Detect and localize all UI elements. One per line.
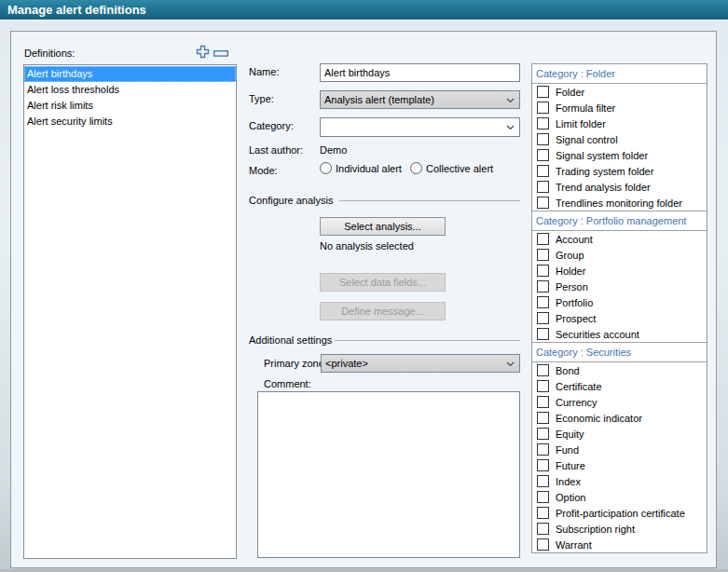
section-divider xyxy=(339,200,520,201)
category-checkbox-row[interactable]: Formula filter xyxy=(532,100,707,116)
type-dropdown[interactable]: Analysis alert (template) xyxy=(320,90,520,109)
checkbox-icon[interactable] xyxy=(537,265,549,277)
checkbox-label: Trend analysis folder xyxy=(556,182,651,193)
define-message-button[interactable]: Define message... xyxy=(320,302,446,320)
checkbox-icon[interactable] xyxy=(537,428,549,440)
comment-textarea[interactable] xyxy=(257,391,520,558)
checkbox-label: Limit folder xyxy=(556,118,606,129)
category-checkbox-row[interactable]: Option xyxy=(532,489,707,505)
checkbox-icon[interactable] xyxy=(537,149,549,161)
select-data-fields-button[interactable]: Select data fields... xyxy=(320,273,446,292)
name-label: Name: xyxy=(249,66,279,77)
checkbox-icon[interactable] xyxy=(537,412,549,424)
category-checkbox-row[interactable]: Trend analysis folder xyxy=(532,179,707,195)
checkbox-icon[interactable] xyxy=(537,117,549,129)
category-checkbox-row[interactable]: Trading system folder xyxy=(532,163,707,179)
checkbox-label: Bond xyxy=(556,365,580,376)
checkbox-icon[interactable] xyxy=(537,249,549,261)
checkbox-icon[interactable] xyxy=(537,312,549,324)
checkbox-icon[interactable] xyxy=(537,181,549,193)
analysis-status-text: No analysis selected xyxy=(320,240,414,252)
category-checkbox-row[interactable]: Trendlines monitoring folder xyxy=(532,195,707,211)
primary-zone-dropdown-value: <private> xyxy=(325,358,368,369)
individual-alert-option[interactable]: Individual alert xyxy=(320,163,405,174)
category-checkbox-row[interactable]: Limit folder xyxy=(532,116,707,131)
checkbox-icon[interactable] xyxy=(537,233,549,245)
collective-alert-option[interactable]: Collective alert xyxy=(410,163,493,174)
checkbox-icon[interactable] xyxy=(537,443,549,456)
definitions-list[interactable]: Alert birthdaysAlert loss thresholdsAler… xyxy=(23,64,237,559)
category-checkbox-row[interactable]: Securities account xyxy=(532,326,707,342)
checkbox-icon[interactable] xyxy=(537,296,549,308)
checkbox-icon[interactable] xyxy=(537,491,549,503)
checkbox-label: Trendlines monitoring folder xyxy=(556,197,682,209)
checkbox-icon[interactable] xyxy=(537,102,549,114)
checkbox-icon[interactable] xyxy=(537,523,549,535)
checkbox-icon[interactable] xyxy=(537,165,549,177)
category-checkbox-row[interactable]: Equity xyxy=(532,426,707,442)
name-input[interactable] xyxy=(320,63,520,82)
category-checkbox-row[interactable]: Group xyxy=(532,247,707,263)
category-checkbox-row[interactable]: Portfolio xyxy=(532,294,707,310)
category-checkbox-row[interactable]: Warrant xyxy=(532,537,707,552)
checkbox-icon[interactable] xyxy=(537,86,549,98)
category-checkbox-row[interactable]: Economic indicator xyxy=(532,410,707,426)
category-checkbox-row[interactable]: Signal control xyxy=(532,131,707,147)
definition-list-item[interactable]: Alert birthdays xyxy=(24,66,236,82)
category-checkbox-row[interactable]: Prospect xyxy=(532,310,707,326)
category-checkbox-row[interactable]: Fund xyxy=(532,442,707,457)
category-group: Category : Portfolio managementAccountGr… xyxy=(532,211,707,342)
checkbox-label: Signal system folder xyxy=(556,150,648,161)
additional-settings-section-title: Additional settings xyxy=(249,334,332,346)
category-dropdown[interactable] xyxy=(320,117,520,137)
primary-zone-dropdown[interactable]: <private> xyxy=(321,354,520,373)
checkbox-label: Profit-participation certificate xyxy=(556,508,685,519)
category-label: Category: xyxy=(249,120,294,131)
category-checkbox-row[interactable]: Future xyxy=(532,457,707,473)
category-checkbox-row[interactable]: Subscription right xyxy=(532,521,707,537)
main-panel: Definitions: Alert birthdaysAlert loss t… xyxy=(10,31,717,568)
category-checkbox-row[interactable]: Bond xyxy=(532,362,707,378)
category-checkbox-row[interactable]: Holder xyxy=(532,263,707,279)
configure-analysis-section-title: Configure analysis xyxy=(249,195,334,206)
definition-list-item[interactable]: Alert risk limits xyxy=(24,98,236,114)
remove-definition-button[interactable] xyxy=(213,48,228,60)
checkbox-icon[interactable] xyxy=(537,475,549,487)
radio-icon[interactable] xyxy=(320,162,332,174)
checkbox-icon[interactable] xyxy=(537,538,549,551)
checkbox-icon[interactable] xyxy=(537,133,549,145)
definition-list-item[interactable]: Alert security limits xyxy=(24,114,236,129)
comment-label: Comment: xyxy=(264,378,311,389)
checkbox-label: Trading system folder xyxy=(556,166,653,177)
category-checkbox-row[interactable]: Person xyxy=(532,279,707,294)
category-checkbox-row[interactable]: Account xyxy=(532,231,707,247)
category-checkbox-row[interactable]: Certificate xyxy=(532,378,707,394)
add-definition-button[interactable] xyxy=(196,45,210,61)
category-checkbox-row[interactable]: Index xyxy=(532,473,707,489)
checkbox-icon[interactable] xyxy=(537,507,549,519)
category-checkbox-row[interactable]: Signal system folder xyxy=(532,147,707,163)
category-checkbox-row[interactable]: Currency xyxy=(532,394,707,410)
checkbox-icon[interactable] xyxy=(537,280,549,293)
checkbox-label: Folder xyxy=(556,87,584,98)
checkbox-label: Subscription right xyxy=(556,524,635,535)
checkbox-icon[interactable] xyxy=(537,459,549,471)
definition-list-item[interactable]: Alert loss thresholds xyxy=(24,82,236,98)
checkbox-icon[interactable] xyxy=(537,396,549,408)
checkbox-icon[interactable] xyxy=(537,197,549,209)
select-analysis-button[interactable]: Select analysis... xyxy=(320,217,446,236)
checkbox-icon[interactable] xyxy=(537,380,549,392)
category-checkbox-row[interactable]: Profit-participation certificate xyxy=(532,505,707,521)
chevron-down-icon xyxy=(506,125,515,130)
checkbox-icon[interactable] xyxy=(537,364,549,376)
checkbox-label: Signal control xyxy=(556,134,618,145)
category-group-header: Category : Securities xyxy=(532,342,707,362)
checkbox-label: Certificate xyxy=(556,381,602,392)
checkbox-label: Currency xyxy=(556,397,598,408)
radio-icon[interactable] xyxy=(410,162,422,174)
checkbox-label: Person xyxy=(556,281,588,293)
checkbox-icon[interactable] xyxy=(537,328,549,340)
category-checkbox-row[interactable]: Folder xyxy=(532,84,707,100)
checkbox-label: Formula filter xyxy=(556,102,615,114)
definitions-label: Definitions: xyxy=(24,48,75,59)
